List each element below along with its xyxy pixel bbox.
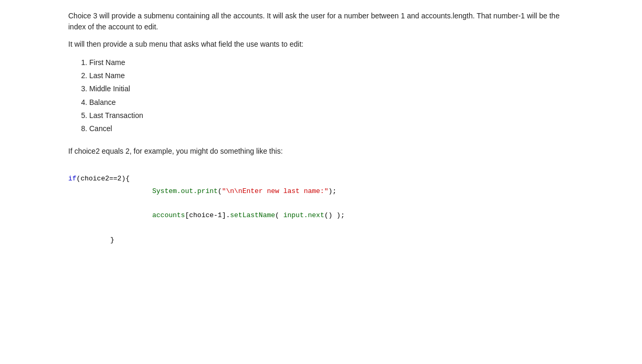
list-item-1: First Name	[89, 56, 572, 69]
code-keyword-if: if	[68, 175, 77, 183]
code-line-spacer	[68, 197, 572, 209]
paragraph-3: If choice2 equals 2, for example, you mi…	[68, 146, 572, 157]
list-item-5: Last Transaction	[89, 109, 572, 122]
code-line-4: }	[68, 234, 572, 246]
edit-options-list: First Name Last Name Middle Initial Bala…	[89, 56, 572, 135]
list-item-2: Last Name	[89, 69, 572, 82]
code-line-1: if(choice2==2){	[68, 173, 572, 185]
code-string-1: "\n\nEnter new last name:"	[222, 187, 329, 195]
code-input: input.next	[283, 211, 324, 219]
list-item-3: Middle Initial	[89, 82, 572, 95]
paragraph-1: Choice 3 will provide a submenu containi…	[68, 10, 572, 33]
code-accounts-call: accounts	[152, 211, 185, 219]
list-item-4: Balance	[89, 96, 572, 109]
paragraph-2: It will then provide a sub menu that ask…	[68, 39, 572, 50]
content-area: Choice 3 will provide a submenu containi…	[68, 10, 572, 246]
code-block: if(choice2==2){ System.out.print("\n\nEn…	[68, 173, 572, 246]
code-line-2: System.out.print("\n\nEnter new last nam…	[68, 185, 572, 197]
code-line-spacer2	[68, 222, 572, 234]
code-line-3: accounts[choice-1].setLastName( input.ne…	[68, 209, 572, 221]
code-method-call: setLastName	[230, 211, 275, 219]
code-system-out: System.out.print	[152, 187, 218, 195]
list-item-8: Cancel	[89, 122, 572, 135]
